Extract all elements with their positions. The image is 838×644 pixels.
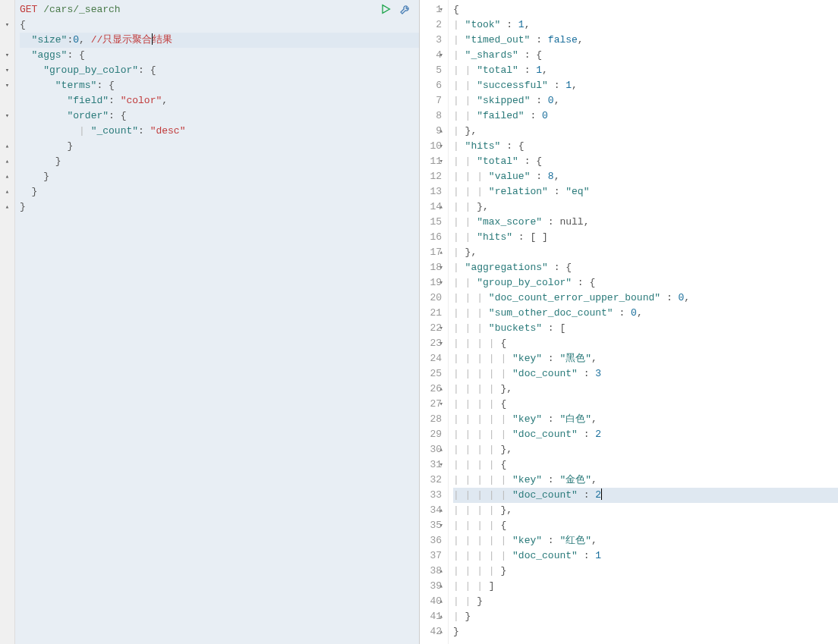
- code-line[interactable]: | | | | },: [453, 382, 838, 397]
- code-line[interactable]: }: [20, 184, 419, 199]
- code-line[interactable]: | | | | }: [453, 564, 838, 579]
- code-line[interactable]: {: [20, 17, 419, 33]
- code-line[interactable]: | | | "sum_other_doc_count" : 0,: [453, 306, 838, 321]
- fold-open-icon[interactable]: ▾: [436, 2, 443, 17]
- code-line[interactable]: | | "hits" : [ ]: [453, 230, 838, 245]
- code-line[interactable]: "field": "color",: [20, 93, 419, 108]
- code-line[interactable]: | },: [453, 245, 838, 260]
- code-line[interactable]: }: [20, 169, 419, 184]
- code-line[interactable]: | | | | {: [453, 518, 838, 533]
- code-line[interactable]: | },: [453, 124, 838, 139]
- fold-open-icon[interactable]: ▾: [436, 139, 443, 154]
- code-line[interactable]: | | | | },: [453, 442, 838, 457]
- fold-open-icon[interactable]: ▾: [0, 78, 14, 93]
- fold-close-icon[interactable]: ▴: [0, 184, 14, 199]
- fold-close-icon[interactable]: ▴: [0, 154, 14, 169]
- code-line[interactable]: | | "failed" : 0: [453, 108, 838, 124]
- fold-gutter-left[interactable]: ▾▾▾▾▾▴▴▴▴▴: [0, 0, 15, 644]
- response-editor[interactable]: 1▾234▾56789▴10▾11▾121314▴151617▴18▾19▾20…: [420, 0, 838, 644]
- code-line[interactable]: | | "group_by_color" : {: [453, 275, 838, 291]
- fold-open-icon[interactable]: ▾: [436, 518, 443, 533]
- code-line[interactable]: }: [20, 139, 419, 154]
- code-line[interactable]: | | "skipped" : 0,: [453, 93, 838, 108]
- code-line[interactable]: | | | | {: [453, 457, 838, 473]
- code-line[interactable]: | | | "relation" : "eq": [453, 184, 838, 199]
- fold-close-icon[interactable]: ▴: [436, 594, 443, 609]
- fold-open-icon[interactable]: ▾: [436, 457, 443, 473]
- code-line[interactable]: }: [20, 154, 419, 169]
- code-line[interactable]: "size":0, //只显示聚合结果: [20, 33, 419, 48]
- code-line[interactable]: | | }: [453, 594, 838, 609]
- fold-close-icon[interactable]: ▴: [0, 139, 14, 154]
- fold-open-icon[interactable]: ▾: [436, 336, 443, 351]
- code-line[interactable]: {: [453, 2, 838, 17]
- line-number: 22▾: [420, 321, 442, 336]
- fold-close-icon[interactable]: ▴: [436, 503, 443, 518]
- code-line[interactable]: "aggs": {: [20, 48, 419, 63]
- fold-close-icon[interactable]: ▴: [436, 199, 443, 215]
- code-line[interactable]: | }: [453, 609, 838, 624]
- fold-close-icon[interactable]: ▴: [436, 609, 443, 624]
- code-line[interactable]: | | | | },: [453, 503, 838, 518]
- fold-close-icon[interactable]: ▴: [436, 124, 443, 139]
- code-line[interactable]: | | | | | "key" : "红色",: [453, 533, 838, 548]
- code-line[interactable]: | "aggregations" : {: [453, 260, 838, 275]
- code-line[interactable]: "group_by_color": {: [20, 63, 419, 78]
- code-line[interactable]: | "_shards" : {: [453, 48, 838, 63]
- fold-open-icon[interactable]: ▾: [436, 154, 443, 169]
- line-number: 10▾: [420, 139, 442, 154]
- request-code-area[interactable]: GET /cars/_search{ "size":0, //只显示聚合结果 "…: [15, 0, 419, 644]
- wrench-icon[interactable]: [399, 3, 411, 20]
- code-line[interactable]: | | | | {: [453, 397, 838, 412]
- code-line[interactable]: | "took" : 1,: [453, 17, 838, 33]
- code-line[interactable]: "order": {: [20, 108, 419, 124]
- code-line[interactable]: | | | | | "doc_count" : 2: [453, 488, 838, 503]
- code-line[interactable]: | | | "buckets" : [: [453, 321, 838, 336]
- fold-open-icon[interactable]: ▾: [0, 108, 14, 124]
- fold-close-icon[interactable]: ▴: [436, 579, 443, 594]
- fold-close-icon[interactable]: ▴: [436, 564, 443, 579]
- code-line[interactable]: "terms": {: [20, 78, 419, 93]
- code-line[interactable]: }: [20, 199, 419, 215]
- fold-open-icon[interactable]: ▾: [0, 63, 14, 78]
- fold-open-icon[interactable]: ▾: [436, 397, 443, 412]
- code-line[interactable]: | | | | | "doc_count" : 2: [453, 427, 838, 442]
- code-line[interactable]: | "timed_out" : false,: [453, 33, 838, 48]
- code-line[interactable]: | | | | | "key" : "金色",: [453, 473, 838, 488]
- code-line[interactable]: | | | ]: [453, 579, 838, 594]
- line-number: 17▴: [420, 245, 442, 260]
- fold-open-icon[interactable]: ▾: [436, 321, 443, 336]
- code-line[interactable]: | | "total" : 1,: [453, 63, 838, 78]
- request-editor[interactable]: ▾▾▾▾▾▴▴▴▴▴ GET /cars/_search{ "size":0, …: [0, 0, 419, 644]
- fold-open-icon[interactable]: ▾: [436, 48, 443, 63]
- line-number: 35▾: [420, 518, 442, 533]
- code-line[interactable]: | | "max_score" : null,: [453, 215, 838, 230]
- code-line[interactable]: | | | | | "key" : "白色",: [453, 412, 838, 427]
- fold-close-icon[interactable]: ▴: [436, 442, 443, 457]
- fold-open-icon[interactable]: ▾: [436, 275, 443, 291]
- fold-close-icon[interactable]: ▴: [436, 624, 443, 639]
- response-code-area[interactable]: {| "took" : 1,| "timed_out" : false,| "_…: [449, 0, 838, 644]
- code-line[interactable]: | | | | | "key" : "黑色",: [453, 351, 838, 366]
- fold-open-icon[interactable]: ▾: [0, 17, 14, 33]
- line-number: 15: [420, 215, 442, 230]
- code-line[interactable]: | | | "doc_count_error_upper_bound" : 0,: [453, 291, 838, 306]
- fold-close-icon[interactable]: ▴: [436, 382, 443, 397]
- code-line[interactable]: GET /cars/_search: [20, 2, 419, 17]
- code-line[interactable]: | | "total" : {: [453, 154, 838, 169]
- fold-close-icon[interactable]: ▴: [436, 245, 443, 260]
- code-line[interactable]: | | | | | "doc_count" : 3: [453, 366, 838, 382]
- fold-close-icon[interactable]: ▴: [0, 169, 14, 184]
- fold-open-icon[interactable]: ▾: [0, 48, 14, 63]
- code-line[interactable]: | | | | {: [453, 336, 838, 351]
- play-icon[interactable]: [380, 3, 392, 20]
- code-line[interactable]: }: [453, 624, 838, 639]
- code-line[interactable]: | "_count": "desc": [20, 124, 419, 139]
- fold-close-icon[interactable]: ▴: [0, 199, 14, 215]
- code-line[interactable]: | | | "value" : 8,: [453, 169, 838, 184]
- code-line[interactable]: | | "successful" : 1,: [453, 78, 838, 93]
- code-line[interactable]: | "hits" : {: [453, 139, 838, 154]
- code-line[interactable]: | | },: [453, 199, 838, 215]
- fold-open-icon[interactable]: ▾: [436, 260, 443, 275]
- code-line[interactable]: | | | | | "doc_count" : 1: [453, 548, 838, 564]
